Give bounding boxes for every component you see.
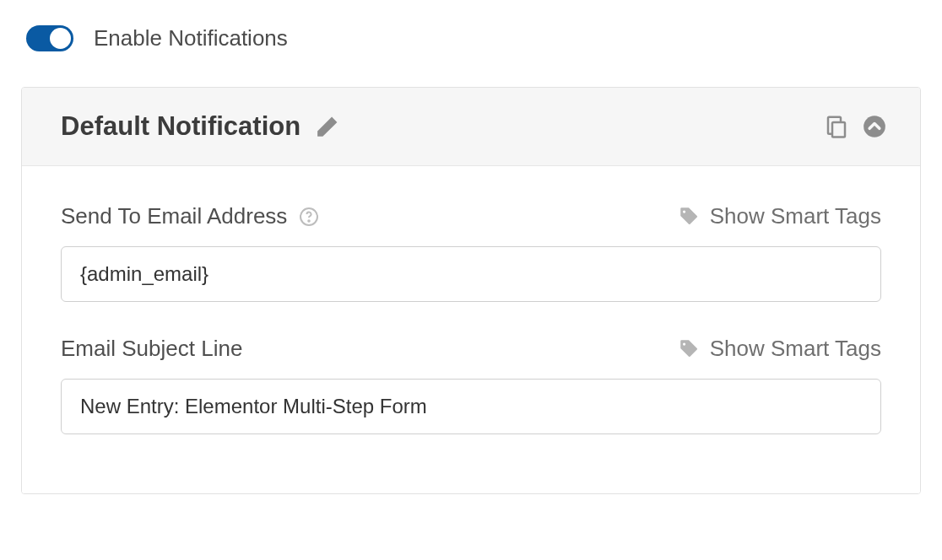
pencil-icon[interactable]	[316, 116, 338, 138]
svg-point-3	[309, 220, 311, 222]
svg-point-1	[864, 116, 885, 137]
panel-header-left: Default Notification	[61, 111, 338, 142]
enable-notifications-toggle[interactable]	[26, 25, 73, 51]
send-to-field: Send To Email Address	[61, 203, 881, 302]
send-to-smart-tags-label: Show Smart Tags	[710, 203, 881, 229]
subject-smart-tags-label: Show Smart Tags	[710, 336, 881, 362]
tag-icon	[678, 206, 700, 228]
send-to-label: Send To Email Address	[61, 203, 287, 229]
enable-notifications-row: Enable Notifications	[21, 25, 921, 51]
chevron-up-icon[interactable]	[863, 115, 886, 138]
panel-header: Default Notification	[22, 88, 920, 166]
subject-input[interactable]	[61, 379, 881, 434]
copy-icon[interactable]	[824, 114, 849, 139]
notification-panel: Default Notification	[21, 87, 921, 494]
send-to-label-left: Send To Email Address	[61, 203, 319, 229]
toggle-knob	[50, 28, 71, 49]
help-icon[interactable]	[299, 207, 319, 227]
panel-body: Send To Email Address	[22, 166, 920, 493]
svg-rect-0	[832, 122, 845, 137]
subject-label-row: Email Subject Line Show Smart Tags	[61, 336, 881, 362]
panel-title: Default Notification	[61, 111, 300, 142]
send-to-input[interactable]	[61, 246, 881, 302]
send-to-smart-tags[interactable]: Show Smart Tags	[678, 203, 881, 229]
send-to-label-row: Send To Email Address	[61, 203, 881, 229]
subject-label-left: Email Subject Line	[61, 336, 242, 362]
tag-icon	[678, 338, 700, 360]
enable-notifications-label: Enable Notifications	[94, 25, 288, 51]
panel-header-right	[824, 114, 886, 139]
subject-field: Email Subject Line Show Smart Tags	[61, 336, 881, 434]
subject-label: Email Subject Line	[61, 336, 242, 362]
subject-smart-tags[interactable]: Show Smart Tags	[678, 336, 881, 362]
